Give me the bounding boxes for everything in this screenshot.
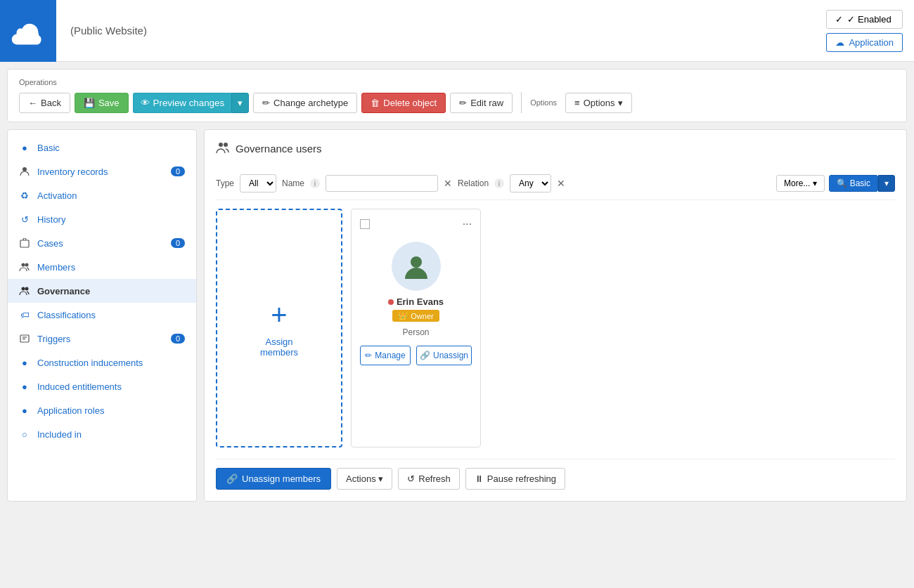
sidebar-label-cases: Cases bbox=[37, 238, 63, 249]
sidebar-item-classifications[interactable]: 🏷 Classifications bbox=[8, 303, 196, 327]
delete-object-button[interactable]: 🗑 Delete object bbox=[361, 93, 446, 113]
svg-point-0 bbox=[22, 167, 27, 171]
sidebar-item-application-roles[interactable]: ● Application roles bbox=[8, 398, 196, 422]
refresh-button[interactable]: ↺ Refresh bbox=[398, 468, 460, 490]
history-icon: ↺ bbox=[19, 214, 30, 225]
governance-users-icon bbox=[216, 141, 230, 156]
operations-label: Operations bbox=[19, 78, 895, 86]
sidebar-item-members[interactable]: Members bbox=[8, 255, 196, 279]
options-button[interactable]: ≡ Options ▾ bbox=[565, 93, 632, 113]
person-card-checkbox[interactable] bbox=[360, 219, 370, 229]
sidebar-label-activation: Activation bbox=[37, 190, 77, 201]
change-archetype-button[interactable]: ✏ Change archetype bbox=[253, 93, 357, 113]
caret-down-icon: ▾ bbox=[618, 98, 623, 108]
divider bbox=[521, 92, 522, 113]
check-icon: ✓ bbox=[835, 14, 843, 25]
sidebar-label-app-roles: Application roles bbox=[37, 405, 104, 416]
cases-badge: 0 bbox=[171, 238, 185, 248]
governance-users-title: Governance users bbox=[236, 143, 322, 155]
app-label: Application bbox=[849, 37, 894, 48]
menu-icon: ≡ bbox=[574, 98, 580, 108]
save-button[interactable]: 💾 Save bbox=[75, 93, 129, 113]
options-section-label: Options bbox=[530, 98, 557, 107]
more-filters-button[interactable]: More... ▾ bbox=[776, 175, 825, 192]
unassign-icon: 🔗 bbox=[226, 473, 238, 484]
application-button[interactable]: ☁ Application bbox=[826, 33, 903, 52]
person-name-label: Erin Evans bbox=[397, 296, 444, 307]
preview-changes-button[interactable]: 👁 Preview changes bbox=[133, 93, 232, 113]
role-badge: 👑 Owner bbox=[392, 310, 439, 322]
unassign-members-button[interactable]: 🔗 Unassign members bbox=[216, 468, 331, 490]
card-actions: ✏ Manage 🔗 Unassign bbox=[360, 346, 472, 365]
logo bbox=[0, 0, 56, 62]
governance-icon bbox=[19, 285, 30, 296]
preview-changes-caret[interactable]: ▾ bbox=[231, 93, 249, 113]
enabled-label: ✓ Enabled bbox=[847, 14, 891, 25]
archetype-icon: ✏ bbox=[262, 98, 270, 108]
svg-point-2 bbox=[22, 263, 25, 267]
sidebar-label-basic: Basic bbox=[37, 143, 60, 153]
relation-filter-select[interactable]: Any bbox=[510, 174, 551, 192]
pause-refreshing-button[interactable]: ⏸ Pause refreshing bbox=[465, 468, 565, 490]
pause-icon: ⏸ bbox=[475, 473, 484, 484]
change-archetype-label: Change archetype bbox=[273, 98, 348, 108]
manage-button[interactable]: ✏ Manage bbox=[360, 346, 411, 365]
unlink-icon: 🔗 bbox=[420, 351, 430, 360]
basic-split-button: 🔍 Basic ▾ bbox=[829, 175, 895, 192]
preview-changes-label: Preview changes bbox=[153, 98, 225, 108]
sidebar-item-induced-entitlements[interactable]: ● Induced entitlements bbox=[8, 374, 196, 398]
relation-clear-button[interactable]: ✕ bbox=[557, 178, 565, 189]
recycle-icon: ♻ bbox=[19, 190, 30, 201]
edit-icon: ✏ bbox=[459, 98, 467, 108]
assign-members-card[interactable]: + Assignmembers bbox=[216, 209, 342, 447]
sidebar-item-governance[interactable]: Governance bbox=[8, 279, 196, 303]
person-type: Person bbox=[402, 327, 429, 337]
enabled-button[interactable]: ✓ ✓ Enabled bbox=[826, 10, 903, 29]
basic-caret-button[interactable]: ▾ bbox=[878, 175, 895, 192]
person-card-menu-button[interactable]: ··· bbox=[463, 218, 472, 230]
search-icon: 🔍 bbox=[837, 178, 847, 188]
basic-button[interactable]: 🔍 Basic bbox=[829, 175, 878, 192]
cases-icon bbox=[19, 237, 30, 249]
sidebar-label-included-in: Included in bbox=[37, 429, 82, 440]
included-in-icon: ○ bbox=[19, 429, 30, 440]
triggers-badge: 0 bbox=[171, 334, 185, 344]
edit-raw-button[interactable]: ✏ Edit raw bbox=[450, 93, 513, 113]
eye-icon: 👁 bbox=[141, 98, 150, 108]
sidebar-item-inventory-records[interactable]: Inventory records 0 bbox=[8, 159, 196, 183]
name-clear-button[interactable]: ✕ bbox=[444, 178, 452, 189]
main-content: ● Basic Inventory records 0 ♻ Activation… bbox=[7, 129, 907, 502]
options-label: Options bbox=[584, 98, 615, 108]
crown-icon: 👑 bbox=[398, 311, 408, 320]
plus-icon: + bbox=[271, 299, 287, 331]
sidebar-item-activation[interactable]: ♻ Activation bbox=[8, 183, 196, 207]
toolbar-buttons: ← Back 💾 Save 👁 Preview changes ▾ ✏ Chan… bbox=[19, 92, 895, 113]
person-avatar bbox=[392, 242, 441, 291]
sidebar-label-governance: Governance bbox=[37, 286, 90, 296]
sidebar-item-construction-inducements[interactable]: ● Construction inducements bbox=[8, 351, 196, 374]
svg-point-9 bbox=[219, 143, 223, 147]
person-icon bbox=[19, 166, 30, 177]
sidebar-item-cases[interactable]: Cases 0 bbox=[8, 231, 196, 255]
edit-manage-icon: ✏ bbox=[365, 351, 372, 360]
sidebar-item-basic[interactable]: ● Basic bbox=[8, 136, 196, 159]
name-filter-input[interactable] bbox=[326, 175, 438, 192]
content-header: Governance users bbox=[216, 141, 895, 156]
unassign-button[interactable]: 🔗 Unassign bbox=[416, 346, 472, 365]
sidebar-item-triggers[interactable]: Triggers 0 bbox=[8, 327, 196, 351]
type-filter-select[interactable]: All bbox=[240, 174, 276, 192]
type-filter-label: Type bbox=[216, 178, 234, 188]
sidebar-item-included-in[interactable]: ○ Included in bbox=[8, 422, 196, 446]
edit-raw-label: Edit raw bbox=[470, 98, 503, 108]
cloud-icon: ☁ bbox=[835, 37, 844, 48]
name-filter-label: Name bbox=[282, 178, 304, 188]
members-icon bbox=[19, 261, 30, 273]
relation-info-icon: i bbox=[494, 178, 504, 188]
construction-icon: ● bbox=[19, 357, 30, 368]
save-label: Save bbox=[98, 98, 120, 108]
tag-icon: 🏷 bbox=[19, 309, 30, 320]
assign-label: Assignmembers bbox=[260, 337, 298, 358]
actions-dropdown-button[interactable]: Actions ▾ bbox=[337, 468, 392, 490]
back-button[interactable]: ← Back bbox=[19, 93, 70, 113]
sidebar-item-history[interactable]: ↺ History bbox=[8, 207, 196, 231]
